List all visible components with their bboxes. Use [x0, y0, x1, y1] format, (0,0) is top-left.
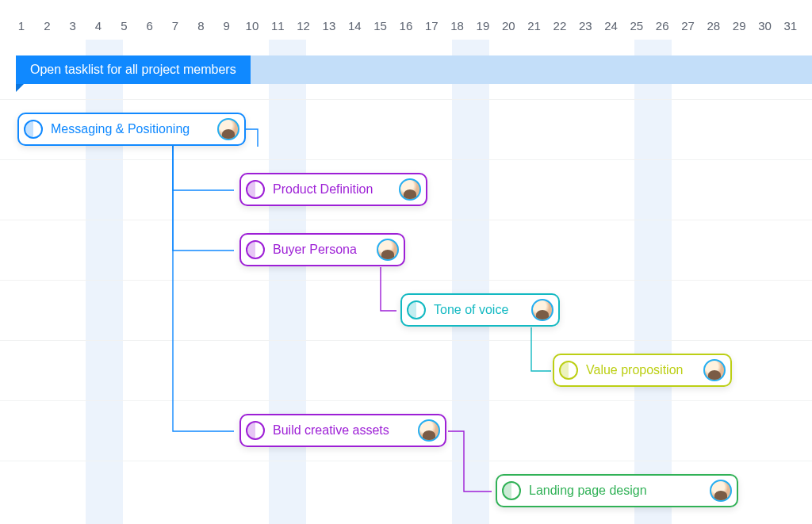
- task-label: Tone of voice: [434, 303, 523, 317]
- gantt-group-bar: [251, 55, 812, 84]
- row-separator: [0, 400, 812, 401]
- task-buyer-persona[interactable]: Buyer Persona: [239, 233, 405, 266]
- day-number: 19: [476, 19, 490, 32]
- weekend-column: [452, 40, 489, 524]
- day-number: 17: [424, 19, 439, 32]
- day-number: 28: [707, 19, 721, 32]
- weekend-column: [634, 40, 672, 524]
- progress-icon: [246, 421, 265, 440]
- day-number: 11: [270, 19, 285, 32]
- task-label: Landing page design: [529, 484, 702, 498]
- row-separator: [0, 280, 812, 281]
- progress-icon: [24, 120, 43, 139]
- row-separator: [0, 340, 812, 341]
- day-number: 14: [347, 19, 362, 32]
- row-separator: [0, 220, 812, 220]
- task-product-definition[interactable]: Product Definition: [239, 173, 427, 206]
- task-value-proposition[interactable]: Value proposition: [553, 354, 732, 387]
- day-number: 29: [732, 19, 746, 32]
- day-number: 5: [117, 19, 131, 32]
- task-label: Build creative assets: [273, 423, 410, 438]
- day-number: 15: [373, 19, 388, 32]
- day-number: 1: [14, 19, 29, 32]
- assignee-avatar[interactable]: [377, 239, 399, 261]
- progress-icon: [559, 361, 578, 380]
- task-build-creative-assets[interactable]: Build creative assets: [239, 414, 446, 447]
- assignee-avatar[interactable]: [703, 359, 726, 381]
- task-label: Messaging & Positioning: [51, 122, 209, 136]
- progress-icon: [502, 481, 521, 500]
- day-number: 10: [245, 19, 259, 32]
- task-landing-page-design[interactable]: Landing page design: [496, 474, 738, 507]
- day-number: 30: [758, 19, 772, 32]
- assignee-avatar[interactable]: [399, 178, 421, 201]
- day-number: 9: [220, 19, 234, 32]
- assignee-avatar[interactable]: [710, 480, 732, 502]
- row-separator: [0, 159, 812, 160]
- day-number: 3: [66, 19, 80, 32]
- day-number: 16: [399, 19, 413, 32]
- day-number: 13: [322, 19, 336, 32]
- day-number: 26: [655, 19, 669, 32]
- weekend-column: [269, 40, 306, 524]
- day-number: 22: [553, 19, 567, 32]
- day-number: 2: [40, 19, 54, 32]
- day-number: 12: [297, 19, 311, 32]
- day-number: 4: [91, 19, 105, 32]
- day-number: 21: [527, 19, 542, 32]
- gantt-group-header[interactable]: Open tasklist for all project members: [16, 55, 812, 84]
- day-number: 27: [681, 19, 695, 32]
- gantt-group-title-text: Open tasklist for all project members: [30, 63, 236, 77]
- task-label: Buyer Persona: [273, 243, 369, 257]
- progress-icon: [407, 300, 426, 319]
- task-tone-of-voice[interactable]: Tone of voice: [400, 293, 560, 327]
- assignee-avatar[interactable]: [418, 419, 440, 442]
- day-number: 24: [604, 19, 619, 32]
- progress-icon: [246, 240, 265, 259]
- row-separator: [0, 461, 812, 461]
- day-number: 18: [450, 19, 465, 32]
- row-separator: [0, 99, 812, 100]
- progress-icon: [246, 180, 265, 199]
- task-messaging-positioning[interactable]: Messaging & Positioning: [17, 113, 246, 146]
- gantt-group-title: Open tasklist for all project members: [16, 55, 251, 84]
- task-label: Value proposition: [586, 363, 695, 377]
- timeline-day-scale: 1 2 3 4 5 6 7 8 9 10 11 12 13 14 15 16 1…: [0, 0, 812, 40]
- assignee-avatar[interactable]: [531, 299, 553, 321]
- task-label: Product Definition: [273, 182, 391, 197]
- day-number: 7: [168, 19, 182, 32]
- assignee-avatar[interactable]: [217, 118, 239, 140]
- day-number: 20: [501, 19, 515, 32]
- day-number: 25: [630, 19, 644, 32]
- day-number: 31: [783, 19, 798, 32]
- day-number: 8: [193, 19, 208, 32]
- day-number: 23: [578, 19, 592, 32]
- day-number: 6: [143, 19, 157, 32]
